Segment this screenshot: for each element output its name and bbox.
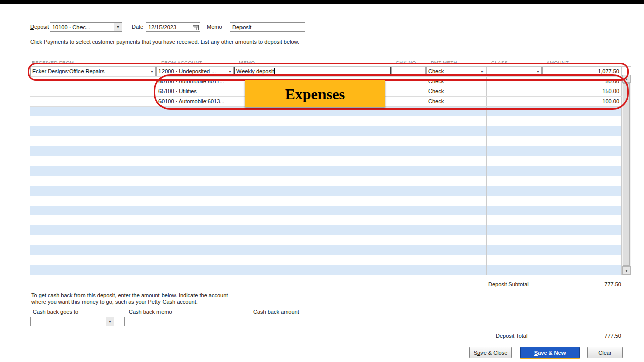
empty-grid-cell[interactable] <box>487 196 542 206</box>
empty-grid-cell[interactable] <box>156 156 234 166</box>
empty-grid-cell[interactable] <box>156 136 234 146</box>
empty-grid-cell[interactable] <box>156 186 234 196</box>
empty-grid-cell[interactable] <box>234 196 391 206</box>
empty-grid-cell[interactable] <box>30 126 156 136</box>
empty-grid-cell[interactable] <box>30 225 156 235</box>
chevron-down-icon[interactable]: ▼ <box>114 23 122 31</box>
empty-grid-cell[interactable] <box>487 235 542 245</box>
empty-grid-row[interactable] <box>30 235 622 245</box>
empty-grid-cell[interactable] <box>391 116 426 126</box>
empty-grid-row[interactable] <box>30 225 622 235</box>
empty-grid-cell[interactable] <box>30 136 156 146</box>
empty-grid-cell[interactable] <box>156 196 234 206</box>
empty-grid-cell[interactable] <box>234 215 391 225</box>
cash-back-memo-input[interactable] <box>124 317 236 326</box>
empty-grid-cell[interactable] <box>234 255 391 265</box>
empty-grid-row[interactable] <box>30 186 622 196</box>
empty-grid-cell[interactable] <box>30 235 156 245</box>
empty-grid-cell[interactable] <box>391 186 426 196</box>
empty-grid-cell[interactable] <box>391 156 426 166</box>
empty-grid-cell[interactable] <box>156 255 234 265</box>
empty-grid-row[interactable] <box>30 265 622 275</box>
empty-grid-cell[interactable] <box>487 186 542 196</box>
empty-grid-cell[interactable] <box>542 166 622 176</box>
empty-grid-cell[interactable] <box>234 186 391 196</box>
empty-grid-cell[interactable] <box>234 126 391 136</box>
empty-grid-cell[interactable] <box>487 245 542 255</box>
empty-grid-row[interactable] <box>30 136 622 146</box>
empty-grid-cell[interactable] <box>426 196 487 206</box>
empty-grid-cell[interactable] <box>30 245 156 255</box>
empty-grid-cell[interactable] <box>30 206 156 216</box>
empty-grid-cell[interactable] <box>391 235 426 245</box>
empty-grid-cell[interactable] <box>234 166 391 176</box>
empty-grid-row[interactable] <box>30 166 622 176</box>
empty-grid-cell[interactable] <box>542 146 622 156</box>
received-from-cell[interactable] <box>30 86 156 96</box>
memo-field[interactable]: Deposit <box>230 22 305 32</box>
empty-grid-row[interactable] <box>30 206 622 216</box>
empty-grid-cell[interactable] <box>391 176 426 186</box>
empty-grid-cell[interactable] <box>391 146 426 156</box>
empty-grid-row[interactable] <box>30 126 622 136</box>
empty-grid-cell[interactable] <box>156 215 234 225</box>
empty-grid-cell[interactable] <box>426 265 487 275</box>
empty-grid-cell[interactable] <box>234 245 391 255</box>
empty-grid-cell[interactable] <box>426 156 487 166</box>
empty-grid-row[interactable] <box>30 245 622 255</box>
scroll-down-icon[interactable]: ▼ <box>622 266 631 275</box>
empty-grid-cell[interactable] <box>426 126 487 136</box>
empty-grid-cell[interactable] <box>426 245 487 255</box>
empty-grid-cell[interactable] <box>542 255 622 265</box>
empty-grid-cell[interactable] <box>487 215 542 225</box>
empty-grid-cell[interactable] <box>426 255 487 265</box>
empty-grid-cell[interactable] <box>234 206 391 216</box>
empty-grid-cell[interactable] <box>156 116 234 126</box>
empty-grid-cell[interactable] <box>391 206 426 216</box>
empty-grid-cell[interactable] <box>391 245 426 255</box>
empty-grid-cell[interactable] <box>426 136 487 146</box>
empty-grid-cell[interactable] <box>487 136 542 146</box>
empty-grid-cell[interactable] <box>156 235 234 245</box>
empty-grid-cell[interactable] <box>542 186 622 196</box>
empty-grid-cell[interactable] <box>426 235 487 245</box>
empty-grid-cell[interactable] <box>487 206 542 216</box>
empty-grid-cell[interactable] <box>426 166 487 176</box>
empty-grid-cell[interactable] <box>156 206 234 216</box>
scrollbar-thumb[interactable] <box>623 83 630 266</box>
empty-grid-cell[interactable] <box>391 166 426 176</box>
empty-grid-cell[interactable] <box>487 156 542 166</box>
empty-grid-cell[interactable] <box>542 206 622 216</box>
empty-grid-cell[interactable] <box>487 116 542 126</box>
empty-grid-cell[interactable] <box>234 116 391 126</box>
empty-grid-cell[interactable] <box>391 196 426 206</box>
empty-grid-cell[interactable] <box>426 225 487 235</box>
empty-grid-cell[interactable] <box>391 136 426 146</box>
empty-grid-cell[interactable] <box>426 186 487 196</box>
empty-grid-cell[interactable] <box>542 265 622 275</box>
empty-grid-row[interactable] <box>30 215 622 225</box>
empty-grid-cell[interactable] <box>30 215 156 225</box>
save-new-button[interactable]: Save & New <box>520 347 580 358</box>
empty-grid-cell[interactable] <box>542 245 622 255</box>
cash-back-goes-to-dropdown[interactable]: ▼ <box>30 317 114 326</box>
empty-grid-cell[interactable] <box>487 176 542 186</box>
empty-grid-cell[interactable] <box>234 136 391 146</box>
empty-grid-cell[interactable] <box>542 156 622 166</box>
empty-grid-cell[interactable] <box>30 196 156 206</box>
empty-grid-cell[interactable] <box>426 215 487 225</box>
empty-grid-cell[interactable] <box>391 225 426 235</box>
empty-grid-cell[interactable] <box>30 166 156 176</box>
empty-grid-cell[interactable] <box>156 146 234 156</box>
empty-grid-row[interactable] <box>30 196 622 206</box>
empty-grid-cell[interactable] <box>156 126 234 136</box>
empty-grid-cell[interactable] <box>487 166 542 176</box>
cash-back-amount-input[interactable] <box>248 317 319 326</box>
empty-grid-cell[interactable] <box>156 176 234 186</box>
empty-grid-cell[interactable] <box>487 265 542 275</box>
empty-grid-cell[interactable] <box>542 176 622 186</box>
empty-grid-cell[interactable] <box>426 146 487 156</box>
empty-grid-cell[interactable] <box>234 265 391 275</box>
empty-grid-cell[interactable] <box>391 126 426 136</box>
empty-grid-cell[interactable] <box>156 245 234 255</box>
